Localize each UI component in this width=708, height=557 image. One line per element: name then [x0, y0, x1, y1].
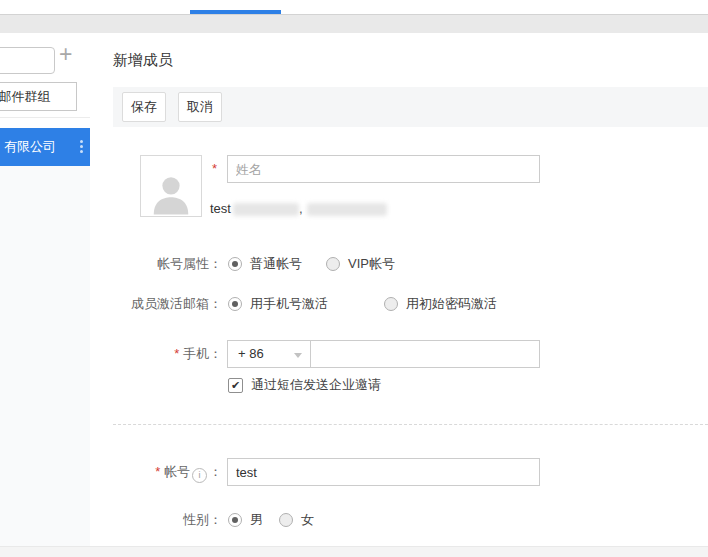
- caret-down-icon: [294, 353, 302, 358]
- radio-gender-female-label[interactable]: 女: [301, 511, 314, 529]
- account-label: * 帐号i：: [90, 458, 222, 486]
- sidebar-divider: [0, 117, 90, 118]
- sidebar-search-input[interactable]: [0, 47, 55, 74]
- phone-input[interactable]: [310, 340, 540, 368]
- page-title: 新增成员: [113, 51, 173, 70]
- radio-activate-by-password[interactable]: [384, 297, 398, 311]
- top-gray-bar: [0, 14, 708, 33]
- radio-vip-account[interactable]: [326, 257, 340, 271]
- sidebar: + 邮件群组 有限公司: [0, 33, 90, 557]
- sidebar-empty-area: [0, 166, 90, 557]
- bottom-strip: [0, 546, 708, 557]
- redacted-text-blur: [307, 203, 387, 216]
- sidebar-item-org[interactable]: 有限公司: [0, 128, 90, 166]
- phone-required-mark: *: [174, 346, 179, 361]
- sidebar-item-mail-group[interactable]: 邮件群组: [0, 82, 77, 111]
- account-required-mark: *: [155, 464, 160, 479]
- account-preview-separator: ,: [299, 201, 303, 216]
- avatar-upload[interactable]: [140, 155, 202, 217]
- radio-vip-account-label[interactable]: VIP帐号: [348, 255, 395, 273]
- gender-options: 男 女: [228, 506, 314, 534]
- save-button[interactable]: 保存: [122, 92, 166, 122]
- redacted-text-blur: [233, 203, 299, 216]
- name-input[interactable]: [227, 155, 540, 183]
- org-name-label: 有限公司: [4, 139, 56, 154]
- phone-label-text: 手机：: [183, 346, 222, 361]
- add-group-button[interactable]: +: [59, 43, 72, 66]
- sms-invite-row: ✔ 通过短信发送企业邀请: [228, 372, 381, 398]
- radio-gender-male[interactable]: [228, 513, 242, 527]
- activation-options: 用手机号激活 用初始密码激活: [228, 290, 497, 318]
- account-type-label: 帐号属性：: [90, 250, 222, 278]
- member-add-page: + 邮件群组 有限公司 新增成员 保存 取消 * test, 帐号属性： 普通帐…: [0, 0, 708, 557]
- radio-activate-by-phone[interactable]: [228, 297, 242, 311]
- person-icon: [148, 170, 194, 216]
- radio-gender-male-label[interactable]: 男: [250, 511, 263, 529]
- account-preview-text: test,: [210, 201, 387, 216]
- activation-label: 成员激活邮箱：: [90, 290, 222, 318]
- radio-activate-by-password-label[interactable]: 用初始密码激活: [406, 295, 497, 313]
- kebab-menu-icon[interactable]: [80, 140, 83, 153]
- toolbar: 保存 取消: [113, 87, 708, 127]
- radio-gender-female[interactable]: [279, 513, 293, 527]
- country-code-select[interactable]: + 86: [227, 340, 311, 368]
- sms-invite-checkbox[interactable]: ✔: [228, 378, 243, 393]
- account-label-colon: ：: [209, 464, 222, 479]
- account-preview-prefix: test: [210, 201, 231, 216]
- section-divider: [113, 424, 708, 425]
- info-icon[interactable]: i: [192, 468, 207, 483]
- cancel-button[interactable]: 取消: [178, 92, 222, 122]
- account-label-text: 帐号: [164, 464, 190, 479]
- phone-label: * 手机：: [90, 340, 222, 368]
- name-required-mark: *: [212, 161, 217, 176]
- radio-normal-account[interactable]: [228, 257, 242, 271]
- country-code-value: + 86: [238, 346, 264, 361]
- radio-activate-by-phone-label[interactable]: 用手机号激活: [250, 295, 328, 313]
- gender-label: 性别：: [90, 506, 222, 534]
- account-input[interactable]: [227, 458, 540, 486]
- sms-invite-label[interactable]: 通过短信发送企业邀请: [251, 376, 381, 394]
- radio-normal-account-label[interactable]: 普通帐号: [250, 255, 302, 273]
- account-type-options: 普通帐号 VIP帐号: [228, 250, 395, 278]
